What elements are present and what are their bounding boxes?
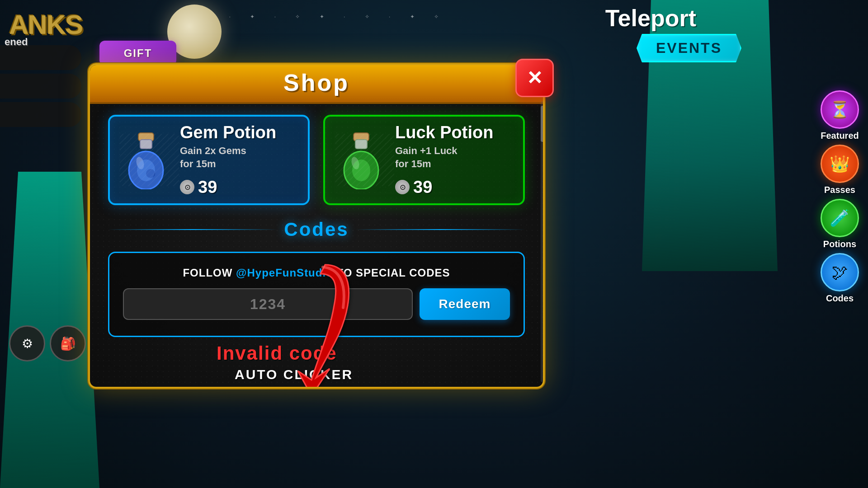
avatar-icons: ⚙ 🎒 [9,325,86,361]
gem-potion-price: 39 [198,178,217,197]
sidebar-item-passes[interactable]: 👑 Passes [821,145,859,195]
gem-potion-price-container: ⊙ 39 [180,178,297,197]
codes-divider: Codes [108,219,525,240]
svg-point-4 [146,169,155,178]
gem-potion-icon [121,131,171,189]
close-button[interactable]: ✕ [515,59,554,97]
passes-icon: 👑 [821,145,859,183]
potions-icon: 🧪 [821,199,859,237]
svg-rect-0 [138,133,154,141]
modal-scrollbar[interactable] [541,101,544,382]
left-panel-1 [0,45,81,70]
svg-rect-6 [354,133,369,141]
luck-potion-name: Luck Potion [395,123,512,142]
luck-potion-icon [336,131,386,189]
teleport-label: Teleport [605,5,696,32]
svg-point-2 [129,151,163,189]
left-panel-2 [0,74,81,99]
top-left-sub: ened [5,36,28,48]
shop-modal: Shop Gem Potion Gai [88,63,545,389]
robux-icon-luck: ⊙ [395,180,410,194]
gem-potion-name: Gem Potion [180,123,297,142]
shop-header: Shop [88,63,545,104]
svg-point-3 [135,156,146,170]
codes-icon: 🕊 [821,253,859,291]
svg-rect-7 [355,140,367,149]
top-left-title: ANKS [9,9,82,40]
code-input[interactable] [123,288,413,320]
sidebar-label-featured: Featured [821,131,859,141]
luck-potion-card[interactable]: Luck Potion Gain +1 Luckfor 15m ⊙ 39 [323,115,525,205]
gift-button[interactable]: GIFT [99,41,176,66]
right-sidebar: ⏳ Featured 👑 Passes 🧪 Potions 🕊 Codes [821,90,859,304]
gem-potion-card[interactable]: Gem Potion Gain 2x Gemsfor 15m ⊙ 39 [108,115,310,205]
red-arrow-indicator [271,260,361,389]
sidebar-label-passes: Passes [824,185,855,195]
avatar-2[interactable]: 🎒 [50,325,86,361]
luck-potion-info: Luck Potion Gain +1 Luckfor 15m ⊙ 39 [395,123,512,197]
follow-before: FOLLOW [183,267,236,279]
left-panel-3 [0,102,81,127]
featured-icon: ⏳ [821,90,859,129]
gem-potion-desc: Gain 2x Gemsfor 15m [180,145,297,170]
avatar-1[interactable]: ⚙ [9,325,45,361]
scrollbar-thumb [541,106,544,142]
codes-title: Codes [284,219,349,240]
luck-potion-price: 39 [413,178,432,197]
gem-potion-info: Gem Potion Gain 2x Gemsfor 15m ⊙ 39 [180,123,297,197]
shop-title: Shop [283,69,349,96]
luck-potion-desc: Gain +1 Luckfor 15m [395,145,512,170]
robux-icon-gem: ⊙ [180,180,194,194]
sidebar-item-potions[interactable]: 🧪 Potions [821,199,859,249]
codes-line-left [108,229,277,230]
potion-cards: Gem Potion Gain 2x Gemsfor 15m ⊙ 39 [108,115,525,205]
svg-rect-1 [140,140,152,149]
sidebar-item-codes[interactable]: 🕊 Codes [821,253,859,304]
redeem-button[interactable]: Redeem [420,288,510,320]
codes-line-right [356,229,525,230]
svg-point-5 [137,160,155,181]
sidebar-item-featured[interactable]: ⏳ Featured [821,90,859,141]
luck-potion-price-container: ⊙ 39 [395,178,512,197]
left-panels [0,45,81,127]
svg-point-10 [352,160,370,181]
svg-point-9 [350,156,361,170]
svg-point-8 [344,151,378,189]
sidebar-label-codes: Codes [826,293,854,304]
events-button[interactable]: EVENTS [637,34,741,62]
sidebar-label-potions: Potions [823,239,856,249]
